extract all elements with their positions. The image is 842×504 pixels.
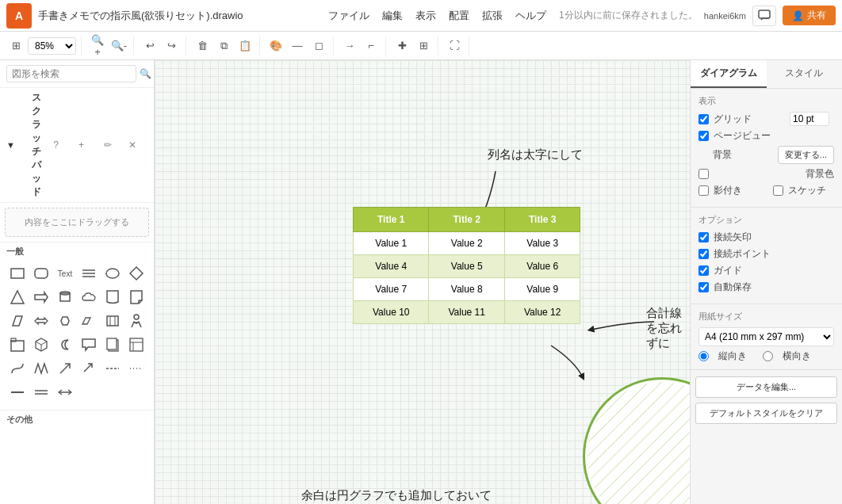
table-cell[interactable]: Value 7 <box>354 278 429 301</box>
table-cell[interactable]: Value 6 <box>504 255 580 278</box>
fullscreen-btn[interactable]: ⛶ <box>445 36 464 55</box>
paste-btn[interactable]: 📋 <box>235 36 255 55</box>
bg-color-checkbox[interactable] <box>698 169 709 179</box>
grid-checkbox[interactable] <box>698 114 709 124</box>
table-cell[interactable]: Value 12 <box>504 301 580 324</box>
menu-edit[interactable]: 編集 <box>382 9 403 23</box>
table-cell[interactable]: Value 8 <box>429 278 504 301</box>
redo-btn[interactable]: ↪ <box>162 36 181 55</box>
waypoint-btn[interactable]: ⌐ <box>362 36 381 55</box>
shape-cylinder[interactable] <box>54 286 76 308</box>
table-cell[interactable]: Value 2 <box>429 232 504 255</box>
table-cell[interactable]: Value 11 <box>429 301 504 324</box>
scratch-pad-edit-icon[interactable]: ✏ <box>104 139 123 151</box>
sketch-checkbox[interactable] <box>773 185 783 196</box>
edit-data-btn[interactable]: データを編集... <box>695 376 837 398</box>
shape-arrow-right[interactable] <box>30 286 52 308</box>
save-status: 1分以内に前に保存されました。 <box>559 9 698 22</box>
table-cell[interactable]: Value 4 <box>354 255 429 278</box>
diagram-table[interactable]: Title 1 Title 2 Title 3 Value 1Value 2Va… <box>353 207 580 324</box>
table-cell[interactable]: Value 10 <box>354 301 429 324</box>
shape-crescent[interactable] <box>54 334 76 356</box>
undo-btn[interactable]: ↩ <box>140 36 159 55</box>
shape-rectangle[interactable] <box>6 262 29 284</box>
circle-container[interactable] <box>583 377 690 504</box>
insert-btn[interactable]: ✚ <box>392 36 411 55</box>
table-cell[interactable]: Value 9 <box>504 278 580 301</box>
shape-arrow-up-right[interactable] <box>78 357 100 380</box>
shape-ellipse[interactable] <box>101 262 124 284</box>
shape-hexagon[interactable] <box>54 310 76 332</box>
shape-lines[interactable] <box>78 262 100 284</box>
shape-dashed-line[interactable] <box>101 357 124 380</box>
shadow-btn[interactable]: ◻ <box>309 36 328 55</box>
table-cell[interactable]: Value 3 <box>504 232 580 255</box>
shape-multiple-docs[interactable] <box>101 334 124 356</box>
shape-arrow-diagonal-up[interactable] <box>54 357 76 380</box>
canvas-area[interactable]: 列名は太字にして Title 1 Title 2 Title 3 Value 1… <box>155 60 690 504</box>
shape-note[interactable] <box>125 286 147 308</box>
paper-size-select[interactable]: A4 (210 mm x 297 mm) A3 (297 mm x 420 mm… <box>698 327 834 346</box>
shape-cube[interactable] <box>30 334 52 356</box>
shape-dotted-line[interactable] <box>125 357 147 380</box>
grid-value-input[interactable] <box>790 112 829 126</box>
clear-style-btn[interactable]: デフォルトスタイルをクリア <box>695 403 837 424</box>
shape-triangle[interactable] <box>6 286 29 308</box>
line-btn[interactable]: — <box>288 36 307 55</box>
tab-style[interactable]: スタイル <box>767 60 843 88</box>
menu-arrange[interactable]: 配置 <box>449 9 469 23</box>
shape-double-arrow[interactable] <box>30 310 52 332</box>
shape-actor[interactable] <box>125 310 147 332</box>
menu-file[interactable]: ファイル <box>328 9 369 23</box>
shape-text[interactable]: Text <box>54 262 76 284</box>
shape-arrow-both[interactable] <box>54 381 76 403</box>
shape-doc[interactable] <box>101 286 124 308</box>
auto-save-checkbox[interactable] <box>698 282 709 292</box>
shape-rounded-rect[interactable] <box>30 262 52 284</box>
zoom-out-btn[interactable]: 🔍- <box>109 36 128 55</box>
comment-button[interactable] <box>752 6 776 26</box>
menu-help[interactable]: ヘルプ <box>515 9 546 23</box>
delete-btn[interactable]: 🗑 <box>193 36 212 55</box>
shape-solid-line[interactable] <box>6 381 29 403</box>
menu-view[interactable]: 表示 <box>415 9 436 23</box>
landscape-radio[interactable] <box>763 351 773 361</box>
shape-zigzag[interactable] <box>30 357 52 380</box>
search-icon[interactable]: 🔍 <box>140 68 151 79</box>
shape-step[interactable] <box>78 310 100 332</box>
shape-callout[interactable] <box>78 334 100 356</box>
shape-parallelogram[interactable] <box>6 310 29 332</box>
portrait-radio[interactable] <box>698 351 709 361</box>
shape-process[interactable] <box>101 310 124 332</box>
zoom-selector[interactable]: 85%100%75%50% <box>28 37 76 55</box>
connect-point-checkbox[interactable] <box>698 249 709 259</box>
scratch-pad-help-icon[interactable]: ? <box>53 139 72 151</box>
shape-cloud[interactable] <box>78 286 100 308</box>
background-change-btn[interactable]: 変更する... <box>778 146 834 164</box>
guide-checkbox[interactable] <box>698 265 709 276</box>
tab-diagram[interactable]: ダイアグラム <box>691 60 767 88</box>
table-cell[interactable]: Value 5 <box>429 255 504 278</box>
table-btn[interactable]: ⊞ <box>414 36 433 55</box>
connect-arrow-checkbox[interactable] <box>698 232 709 242</box>
shape-group[interactable] <box>6 334 29 356</box>
table-cell[interactable]: Value 1 <box>354 232 429 255</box>
shape-double-line[interactable] <box>30 381 52 403</box>
scratch-drop-area[interactable]: 内容をここにドラッグする <box>5 208 149 237</box>
page-view-checkbox[interactable] <box>698 131 709 141</box>
fill-btn[interactable]: 🎨 <box>266 36 285 55</box>
shape-list[interactable] <box>125 334 147 356</box>
shape-diamond[interactable] <box>125 262 147 284</box>
zoom-in-btn[interactable]: 🔍+ <box>88 36 107 55</box>
search-input[interactable] <box>6 65 136 82</box>
copy-btn[interactable]: ⧉ <box>214 36 233 55</box>
scratch-pad-add-icon[interactable]: + <box>78 139 98 151</box>
toolbar-format-btn[interactable]: ⊞ <box>6 36 25 55</box>
menu-extra[interactable]: 拡張 <box>482 9 503 23</box>
search-area: 🔍 <box>0 60 154 88</box>
shape-s-curve[interactable] <box>6 357 29 380</box>
share-button[interactable]: 👤 共有 <box>783 6 836 25</box>
scratch-pad-close-icon[interactable]: ✕ <box>128 139 147 151</box>
shadow-checkbox[interactable] <box>698 185 709 196</box>
arrow-btn[interactable]: → <box>340 36 359 55</box>
